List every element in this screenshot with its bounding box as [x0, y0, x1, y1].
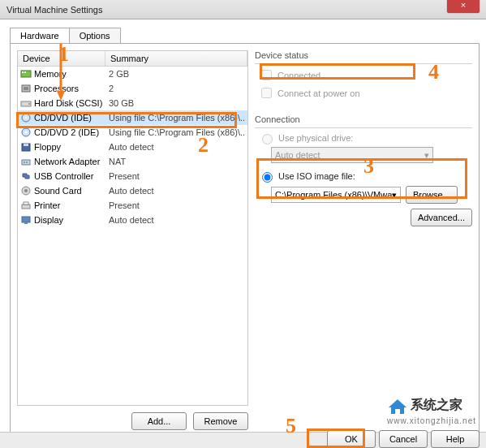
- device-name: CD/DVD (IDE): [34, 113, 109, 123]
- device-icon: [19, 214, 32, 226]
- device-summary: Auto detect: [109, 142, 246, 152]
- table-row[interactable]: Processors2: [18, 81, 247, 96]
- device-icon: [19, 112, 32, 123]
- bottom-buttons: OK Cancel Help: [327, 430, 480, 448]
- right-pane: Device status Connected Connect at power…: [255, 50, 472, 430]
- poweron-checkbox[interactable]: Connect at power on: [258, 85, 472, 101]
- svg-rect-4: [24, 87, 28, 90]
- device-name: Hard Disk (SCSI): [34, 98, 109, 108]
- connected-text: Connected: [277, 71, 320, 80]
- device-name: Memory: [34, 69, 109, 79]
- iso-text: Use ISO image file:: [278, 171, 355, 181]
- col-summary[interactable]: Summary: [105, 51, 247, 66]
- col-device[interactable]: Device: [18, 51, 105, 66]
- tab-content: Device Summary Memory2 GBProcessors2Hard…: [10, 43, 480, 437]
- watermark: 系统之家 www.xitongzhijia.net: [387, 397, 476, 425]
- connected-checkbox[interactable]: Connected: [258, 67, 472, 83]
- device-icon: [19, 83, 32, 94]
- chevron-down-icon: ▾: [392, 190, 397, 200]
- svg-rect-2: [24, 71, 26, 73]
- svg-point-8: [25, 117, 28, 119]
- watermark-url: www.xitongzhijia.net: [387, 416, 476, 425]
- device-summary: Using file C:\Program Files (x86)\...: [109, 127, 246, 137]
- svg-rect-19: [24, 202, 28, 205]
- connected-input[interactable]: [261, 70, 272, 80]
- device-name: Network Adapter: [34, 157, 109, 166]
- connection-group: Connection Use physical drive: Auto dete…: [255, 114, 472, 226]
- table-row[interactable]: Hard Disk (SCSI)30 GB: [18, 96, 247, 110]
- left-pane: Device Summary Memory2 GBProcessors2Hard…: [17, 50, 248, 430]
- device-summary: Present: [109, 171, 246, 181]
- divider: [255, 63, 472, 64]
- device-icon: [19, 97, 32, 109]
- svg-point-6: [28, 103, 30, 105]
- device-status-group: Device status Connected Connect at power…: [255, 50, 472, 103]
- svg-point-10: [25, 131, 28, 134]
- physical-text: Use physical drive:: [278, 133, 353, 143]
- device-icon: [19, 156, 32, 167]
- svg-rect-24: [395, 409, 400, 414]
- remove-button[interactable]: Remove: [193, 412, 248, 430]
- physical-combo-text: Auto detect: [275, 150, 320, 160]
- svg-point-14: [24, 162, 25, 163]
- device-name: Printer: [34, 200, 109, 210]
- table-row[interactable]: PrinterPresent: [18, 198, 247, 213]
- table-row[interactable]: CD/DVD 2 (IDE)Using file C:\Program File…: [18, 125, 247, 140]
- chevron-down-icon: ▾: [424, 150, 429, 161]
- iso-radio[interactable]: Use ISO image file:: [258, 170, 472, 183]
- device-buttons: Add... Remove: [17, 412, 248, 430]
- svg-marker-22: [389, 399, 406, 407]
- table-row[interactable]: Network AdapterNAT: [18, 154, 247, 169]
- cancel-button[interactable]: Cancel: [379, 430, 428, 448]
- physical-input[interactable]: [262, 134, 273, 144]
- connection-label: Connection: [255, 114, 472, 124]
- browse-button[interactable]: Browse...: [406, 186, 458, 204]
- device-summary: Using file C:\Program Files (x86)\...: [109, 113, 246, 123]
- device-summary: 30 GB: [109, 98, 246, 108]
- help-button[interactable]: Help: [431, 430, 480, 448]
- table-row[interactable]: FloppyAuto detect: [18, 140, 247, 154]
- poweron-input[interactable]: [261, 88, 272, 98]
- table-row[interactable]: DisplayAuto detect: [18, 213, 247, 227]
- device-summary: NAT: [109, 157, 246, 166]
- device-icon: [19, 141, 32, 153]
- device-name: USB Controller: [34, 171, 109, 181]
- titlebar: Virtual Machine Settings: [0, 0, 486, 19]
- poweron-text: Connect at power on: [277, 88, 360, 98]
- device-name: CD/DVD 2 (IDE): [34, 127, 109, 137]
- physical-radio[interactable]: Use physical drive:: [258, 131, 472, 144]
- iso-input[interactable]: [262, 172, 273, 183]
- tab-hardware[interactable]: Hardware: [10, 28, 70, 43]
- table-row[interactable]: Sound CardAuto detect: [18, 183, 247, 198]
- add-button[interactable]: Add...: [131, 412, 187, 430]
- iso-path-text: C:\Program Files (x86)\VMware\: [275, 190, 392, 200]
- device-summary: Present: [109, 200, 246, 210]
- device-summary: Auto detect: [109, 186, 246, 196]
- house-icon: [387, 398, 408, 416]
- svg-rect-1: [22, 71, 24, 73]
- device-summary: 2 GB: [109, 69, 246, 79]
- table-header: Device Summary: [18, 51, 247, 67]
- divider: [255, 127, 472, 128]
- watermark-text: 系统之家: [411, 398, 462, 411]
- device-icon: [19, 127, 32, 138]
- svg-point-15: [26, 162, 28, 163]
- close-icon: ×: [461, 0, 466, 10]
- device-name: Floppy: [34, 142, 109, 152]
- svg-rect-20: [22, 217, 30, 222]
- device-name: Sound Card: [34, 186, 109, 196]
- advanced-button[interactable]: Advanced...: [411, 209, 472, 226]
- device-name: Display: [34, 215, 109, 225]
- ok-button[interactable]: OK: [327, 430, 376, 448]
- tab-options[interactable]: Options: [69, 28, 121, 43]
- device-summary: 2: [109, 84, 246, 93]
- table-row[interactable]: CD/DVD (IDE)Using file C:\Program Files …: [18, 110, 247, 125]
- close-button[interactable]: ×: [447, 0, 480, 13]
- svg-point-17: [24, 189, 28, 192]
- table-row[interactable]: Memory2 GB: [18, 67, 247, 81]
- iso-path-combo[interactable]: C:\Program Files (x86)\VMware\ ▾: [271, 187, 401, 203]
- device-status-label: Device status: [255, 50, 472, 60]
- svg-rect-12: [24, 144, 28, 146]
- device-icon: [19, 170, 32, 182]
- table-row[interactable]: USB ControllerPresent: [18, 169, 247, 183]
